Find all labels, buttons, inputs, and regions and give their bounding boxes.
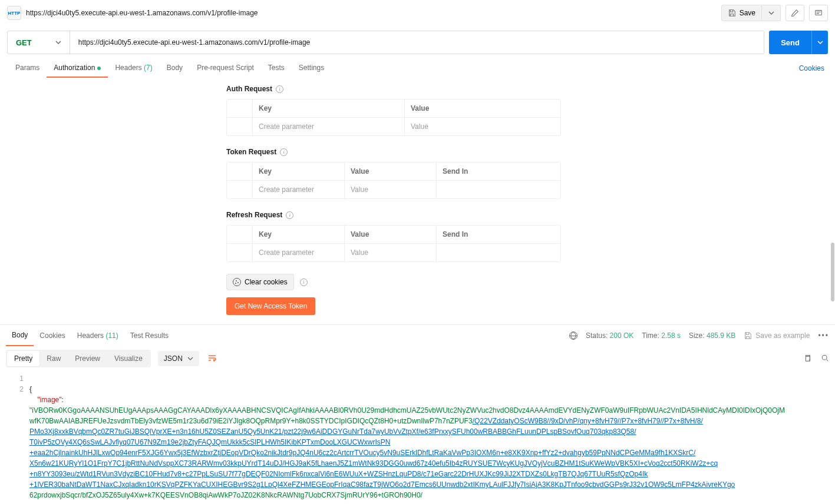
info-icon[interactable]: i <box>276 85 283 93</box>
comment-icon <box>814 9 823 17</box>
time-value: 2.58 s <box>661 331 681 340</box>
response-tab-tests[interactable]: Test Results <box>124 326 174 346</box>
response-headers-label: Headers <box>77 331 104 340</box>
format-visualize[interactable]: Visualize <box>107 351 150 366</box>
request-path: https://djci4u0ty5.execute-api.eu-west-1… <box>26 9 717 17</box>
format-raw[interactable]: Raw <box>39 351 68 366</box>
size-value: 485.9 KB <box>707 331 735 340</box>
info-icon[interactable]: i <box>286 211 293 219</box>
refresh-sendin-input[interactable] <box>437 244 560 261</box>
response-tab-body[interactable]: Body <box>6 325 34 346</box>
response-headers-count: (11) <box>105 331 118 340</box>
edit-button[interactable] <box>786 5 804 21</box>
save-as-example-button[interactable]: Save as example <box>744 331 810 340</box>
cookie-icon <box>233 278 241 286</box>
format-pretty[interactable]: Pretty <box>7 351 39 366</box>
chevron-down-icon <box>768 10 774 16</box>
token-key-input[interactable]: Create parameter <box>253 181 345 198</box>
clear-cookies-button[interactable]: Clear cookies <box>226 274 294 290</box>
svg-rect-1 <box>806 356 810 361</box>
wrap-lines-button[interactable] <box>207 353 217 364</box>
format-preview[interactable]: Preview <box>68 351 107 366</box>
info-icon[interactable]: i <box>280 148 288 156</box>
auth-value-input[interactable]: Value <box>405 118 560 135</box>
body-type-select[interactable]: JSON <box>158 351 199 366</box>
token-sendin-input[interactable] <box>437 181 560 198</box>
auth-key-input[interactable]: Create parameter <box>253 118 405 135</box>
status-label: Status: <box>586 331 608 340</box>
copy-icon <box>803 354 811 362</box>
column-value: Value <box>345 163 437 180</box>
comments-button[interactable] <box>809 5 828 21</box>
headers-count: (7) <box>144 64 153 72</box>
method-label: GET <box>16 38 32 47</box>
chevron-down-icon <box>55 39 61 45</box>
column-sendin: Send In <box>437 226 560 243</box>
pencil-icon <box>791 9 799 17</box>
tab-body[interactable]: Body <box>160 59 190 78</box>
size-label: Size: <box>689 331 705 340</box>
chevron-down-icon <box>187 356 193 362</box>
response-tab-cookies[interactable]: Cookies <box>34 326 71 346</box>
save-icon <box>728 9 736 17</box>
token-request-title: Token Request <box>226 148 276 156</box>
body-type-label: JSON <box>164 354 183 363</box>
chevron-down-icon <box>817 39 823 45</box>
column-key: Key <box>253 100 405 117</box>
search-button[interactable] <box>821 354 829 364</box>
column-value: Value <box>405 100 560 117</box>
column-sendin: Send In <box>437 163 560 180</box>
tab-headers[interactable]: Headers (7) <box>108 59 159 78</box>
auth-active-dot <box>97 67 101 70</box>
refresh-request-title: Refresh Request <box>226 211 282 219</box>
cookies-link[interactable]: Cookies <box>797 59 827 77</box>
column-key: Key <box>253 163 345 180</box>
svg-point-2 <box>822 355 827 360</box>
tab-settings[interactable]: Settings <box>292 59 331 78</box>
get-access-token-button[interactable]: Get New Access Token <box>226 297 315 315</box>
tab-pre-request[interactable]: Pre-request Script <box>190 59 261 78</box>
refresh-value-input[interactable]: Value <box>345 244 437 261</box>
auth-request-title: Auth Request <box>226 85 272 93</box>
method-select[interactable]: GET <box>8 31 70 54</box>
token-value-input[interactable]: Value <box>345 181 437 198</box>
globe-icon[interactable] <box>569 331 577 340</box>
response-tab-headers[interactable]: Headers (11) <box>71 326 124 346</box>
tab-auth-label: Authorization <box>54 64 95 72</box>
json-key: "image" <box>37 396 61 404</box>
tab-tests[interactable]: Tests <box>261 59 292 78</box>
http-method-badge: HTTP <box>7 6 21 20</box>
column-value: Value <box>345 226 437 243</box>
tab-authorization[interactable]: Authorization <box>47 59 108 78</box>
status-value: 200 OK <box>610 331 634 340</box>
send-button[interactable]: Send <box>769 31 811 54</box>
clear-cookies-label: Clear cookies <box>245 278 288 286</box>
svg-rect-0 <box>816 11 822 15</box>
scrollbar-thumb[interactable] <box>831 243 834 301</box>
time-label: Time: <box>642 331 659 340</box>
info-icon[interactable]: i <box>300 278 308 286</box>
refresh-key-input[interactable]: Create parameter <box>253 244 345 261</box>
response-body[interactable]: 12 { "image": "iVBORw0KGgoAAAANSUhEUgAAA… <box>0 371 835 504</box>
send-dropdown-button[interactable] <box>811 31 828 54</box>
column-key: Key <box>253 226 345 243</box>
save-icon <box>744 331 752 340</box>
tab-headers-label: Headers <box>115 64 141 72</box>
save-label: Save <box>740 9 755 17</box>
url-input[interactable] <box>70 31 764 54</box>
search-icon <box>821 354 829 362</box>
more-options[interactable]: ••• <box>818 331 829 340</box>
copy-button[interactable] <box>803 354 811 364</box>
save-dropdown-button[interactable] <box>762 5 781 21</box>
line-gutter: 12 <box>0 371 29 504</box>
tab-params[interactable]: Params <box>8 59 47 78</box>
save-example-label: Save as example <box>755 331 810 340</box>
save-button[interactable]: Save <box>721 5 762 21</box>
